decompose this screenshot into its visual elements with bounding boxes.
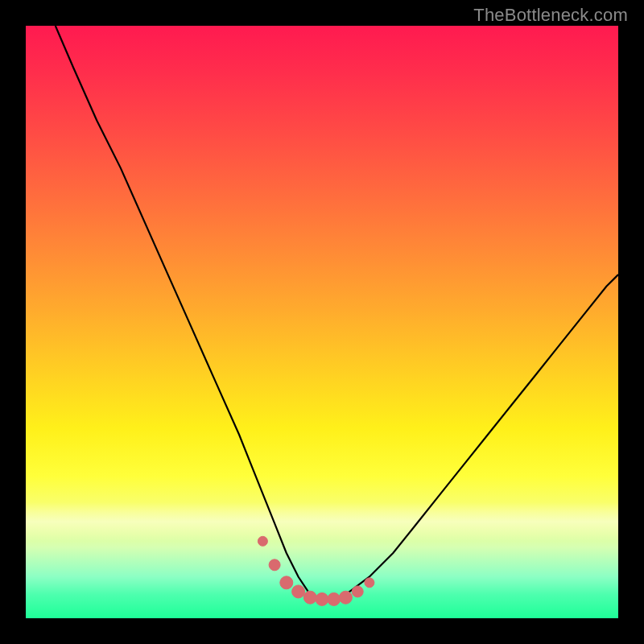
highlight-dot — [280, 576, 293, 589]
marker-group — [258, 536, 374, 605]
highlight-dot — [316, 592, 328, 605]
highlight-dot — [352, 586, 363, 597]
chart-frame — [26, 26, 618, 618]
highlight-dot — [339, 591, 352, 604]
highlight-dot — [269, 559, 280, 571]
highlight-dot — [292, 585, 305, 598]
highlight-dot — [303, 591, 316, 604]
highlight-dot — [365, 578, 374, 588]
highlight-dot — [258, 536, 267, 546]
watermark-text: TheBottleneck.com — [473, 5, 628, 26]
bottleneck-curve — [56, 26, 618, 601]
highlight-dot — [328, 592, 341, 605]
plot-svg — [26, 26, 618, 618]
